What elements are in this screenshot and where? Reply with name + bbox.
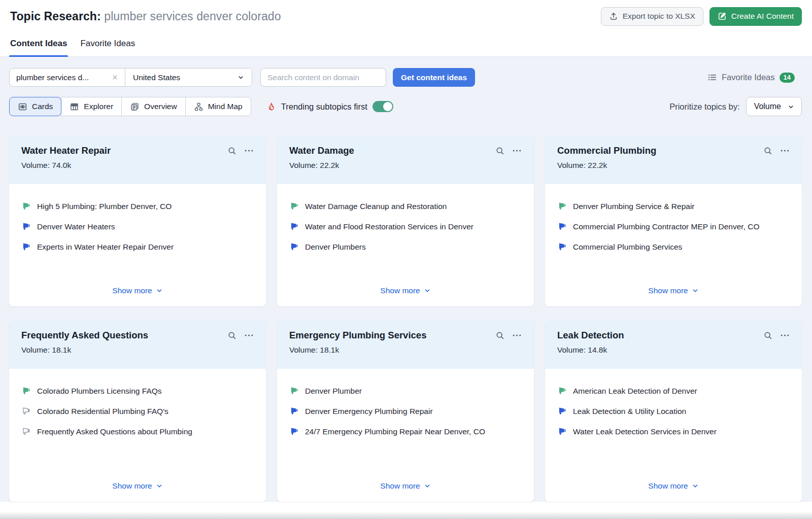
show-more-button[interactable]: Show more <box>110 478 164 494</box>
view-switcher-row: Cards Explorer Overview <box>9 97 802 116</box>
show-more-button[interactable]: Show more <box>110 283 164 298</box>
topic-keyword-input[interactable] <box>16 73 110 82</box>
clear-keyword-icon[interactable] <box>110 73 120 82</box>
tab-content-ideas[interactable]: Content Ideas <box>10 39 67 56</box>
more-options-icon[interactable] <box>512 148 522 154</box>
content-idea-item[interactable]: Frequently Asked Questions about Plumbin… <box>21 426 254 437</box>
more-options-icon[interactable] <box>512 332 522 338</box>
show-more-button[interactable]: Show more <box>378 283 432 298</box>
topic-volume: Volume: 22.2k <box>557 161 790 170</box>
flame-icon <box>266 102 276 112</box>
megaphone-icon <box>557 242 566 251</box>
trending-toggle[interactable] <box>373 101 393 112</box>
content-idea-item[interactable]: Commercial Plumbing Contractor MEP in De… <box>557 221 790 232</box>
megaphone-icon <box>557 201 566 211</box>
get-content-ideas-button[interactable]: Get content ideas <box>393 68 475 87</box>
tab-favorite-ideas[interactable]: Favorite Ideas <box>80 39 135 56</box>
domain-search-input[interactable] <box>260 68 386 87</box>
more-options-icon[interactable] <box>780 332 790 338</box>
megaphone-icon <box>21 427 30 436</box>
content-idea-item[interactable]: Denver Plumbing Service & Repair <box>557 200 790 212</box>
content-idea-item[interactable]: Water and Flood Restoration Services in … <box>289 221 522 232</box>
idea-title: Denver Plumbing Service & Repair <box>573 200 695 212</box>
cards-grid: Water Heater Repair Volume: 74.0k High 5… <box>9 135 802 502</box>
idea-title: Experts in Water Heater Repair Denver <box>37 241 174 253</box>
show-more-button[interactable]: Show more <box>378 478 432 494</box>
content-idea-item[interactable]: Denver Emergency Plumbing Repair <box>289 405 522 417</box>
idea-list: Water Damage Cleanup and RestorationWate… <box>289 200 522 261</box>
topic-card-header: Emergency Plumbing Services Volume: 18.1… <box>277 320 534 369</box>
megaphone-icon <box>557 427 566 436</box>
topic-volume: Volume: 18.1k <box>289 345 522 355</box>
topic-card-header: Leak Detection Volume: 14.8k <box>545 320 802 369</box>
more-options-icon[interactable] <box>244 148 254 154</box>
content-idea-item[interactable]: Colorado Plumbers Licensing FAQs <box>21 385 254 397</box>
megaphone-icon <box>289 242 298 251</box>
show-more-button[interactable]: Show more <box>646 478 700 494</box>
topic-search-group: United States <box>9 68 252 87</box>
search-topic-icon[interactable] <box>495 331 505 340</box>
topic-card-header: Water Heater Repair Volume: 74.0k <box>9 135 266 184</box>
megaphone-icon <box>21 201 30 211</box>
prioritize-select[interactable]: Volume <box>746 97 802 116</box>
content-idea-item[interactable]: American Leak Detection of Denver <box>557 385 790 397</box>
content-idea-item[interactable]: Denver Water Heaters <box>21 221 254 232</box>
content-idea-item[interactable]: Water Leak Detection Services in Denver <box>557 426 790 437</box>
topic-card: Frequently Asked Questions Volume: 18.1k… <box>9 320 266 502</box>
topic-card: Leak Detection Volume: 14.8k American Le… <box>545 320 802 502</box>
country-select[interactable]: United States <box>125 68 252 86</box>
topic-card-header: Commercial Plumbing Volume: 22.2k <box>545 135 802 184</box>
topic-card-title: Water Damage <box>289 145 354 156</box>
topic-card-body: Colorado Plumbers Licensing FAQsColorado… <box>9 369 266 502</box>
prioritize-control: Prioritize topics by: Volume <box>669 97 802 116</box>
megaphone-icon <box>289 222 298 231</box>
show-more-button[interactable]: Show more <box>646 283 700 298</box>
page-title: Topic Research: plumber services denver … <box>10 10 281 23</box>
topic-card: Water Damage Volume: 22.2k Water Damage … <box>277 135 534 306</box>
create-ai-content-button[interactable]: Create AI Content <box>709 7 802 26</box>
topic-card-body: High 5 Plumbing: Plumber Denver, CODenve… <box>9 184 266 306</box>
topic-volume: Volume: 22.2k <box>289 161 522 170</box>
view-overview-button[interactable]: Overview <box>121 97 186 116</box>
upload-icon <box>609 12 618 21</box>
content-idea-item[interactable]: Colorado Residential Plumbing FAQ's <box>21 405 254 417</box>
idea-title: Denver Emergency Plumbing Repair <box>305 405 433 417</box>
megaphone-icon <box>21 406 30 416</box>
content-idea-item[interactable]: 24/7 Emergency Plumbing Repair Near Denv… <box>289 426 522 437</box>
chevron-down-icon <box>156 482 163 490</box>
search-topic-icon[interactable] <box>227 331 237 340</box>
idea-list: American Leak Detection of DenverLeak De… <box>557 385 790 446</box>
search-topic-icon[interactable] <box>495 146 505 156</box>
view-cards-button[interactable]: Cards <box>9 97 61 116</box>
search-row: United States Get content ideas Favorite… <box>9 68 802 87</box>
favorites-count-badge: 14 <box>780 73 795 83</box>
view-explorer-button[interactable]: Explorer <box>61 97 122 116</box>
search-topic-icon[interactable] <box>227 146 237 156</box>
pages-icon <box>130 102 140 112</box>
content-idea-item[interactable]: Experts in Water Heater Repair Denver <box>21 241 254 253</box>
megaphone-icon <box>289 386 298 395</box>
content-idea-item[interactable]: Denver Plumber <box>289 385 522 397</box>
idea-title: Water and Flood Restoration Services in … <box>305 221 473 232</box>
table-icon <box>70 102 79 112</box>
content-idea-item[interactable]: Commercial Plumbing Services <box>557 241 790 253</box>
view-mind-map-button[interactable]: Mind Map <box>185 97 251 116</box>
more-options-icon[interactable] <box>780 148 790 154</box>
topic-card-body: Water Damage Cleanup and RestorationWate… <box>277 184 534 306</box>
idea-title: High 5 Plumbing: Plumber Denver, CO <box>37 200 172 212</box>
content-idea-item[interactable]: Denver Plumbers <box>289 241 522 253</box>
more-options-icon[interactable] <box>244 332 254 338</box>
content-idea-item[interactable]: Leak Detection & Utility Location <box>557 405 790 417</box>
topic-volume: Volume: 18.1k <box>21 345 254 355</box>
top-actions: Export topic to XLSX Create AI Content <box>601 7 802 26</box>
search-topic-icon[interactable] <box>763 146 773 156</box>
top-bar: Topic Research: plumber services denver … <box>0 0 812 26</box>
content-idea-item[interactable]: High 5 Plumbing: Plumber Denver, CO <box>21 200 254 212</box>
export-topic-button[interactable]: Export topic to XLSX <box>601 7 703 26</box>
favorite-ideas-link[interactable]: Favorite Ideas 14 <box>707 73 795 83</box>
megaphone-icon <box>21 386 30 395</box>
topic-volume: Volume: 74.0k <box>21 161 254 170</box>
content-idea-item[interactable]: Water Damage Cleanup and Restoration <box>289 200 522 212</box>
search-topic-icon[interactable] <box>763 331 773 340</box>
megaphone-icon <box>289 201 298 211</box>
